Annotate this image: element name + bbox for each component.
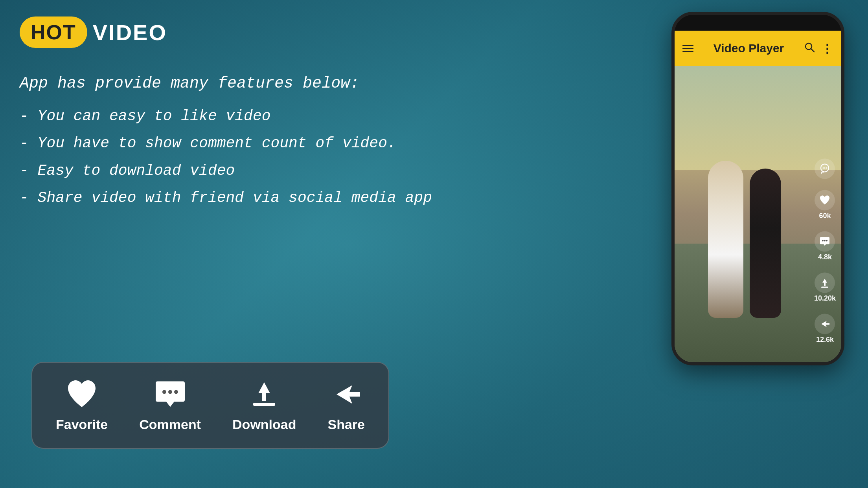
svg-marker-3 (258, 382, 270, 401)
phone-share-icon (815, 314, 835, 334)
hamburger-menu-icon[interactable] (682, 45, 693, 52)
svg-rect-4 (253, 403, 275, 406)
phone-download-count: 10.20k (814, 294, 836, 303)
svg-point-2 (174, 390, 178, 394)
phone-share-action[interactable]: 12.6k (815, 314, 835, 344)
download-button[interactable]: Download (232, 378, 296, 432)
logo-hot-badge: HOT (20, 17, 87, 48)
phone-comment-action[interactable]: 4.8k (815, 231, 835, 261)
svg-point-0 (162, 390, 166, 394)
features-section: App has provide many features below: - Y… (20, 75, 432, 208)
search-icon[interactable] (804, 42, 815, 55)
feature-item-3: - Easy to download video (20, 161, 432, 180)
svg-line-6 (811, 49, 814, 52)
main-content: HOT VIDEO App has provide many features … (0, 0, 868, 488)
phone-share-count: 12.6k (816, 336, 834, 344)
heart-icon (66, 378, 97, 410)
phone-video-area: 60k 4.8k (675, 66, 841, 362)
svg-point-9 (824, 167, 826, 169)
feature-item-1: - You can easy to like video (20, 106, 432, 126)
phone-comment-icon (815, 231, 835, 251)
phone-heart-icon (815, 190, 835, 210)
phone-mockup: Video Player ⋮ (671, 12, 844, 365)
phone-whatsapp-action[interactable] (815, 158, 835, 179)
svg-point-11 (822, 240, 824, 241)
svg-point-1 (168, 390, 172, 394)
download-label: Download (232, 417, 296, 432)
phone-app-title: Video Player (697, 42, 800, 55)
features-title: App has provide many features below: (20, 75, 432, 92)
more-options-icon[interactable]: ⋮ (821, 42, 833, 55)
feature-item-4: - Share video with friend via social med… (20, 188, 432, 207)
phone-like-count: 60k (819, 212, 831, 220)
svg-point-13 (826, 240, 828, 241)
features-list: - You can easy to like video - You have … (20, 106, 432, 208)
favorite-label: Favorite (56, 417, 108, 432)
phone-download-icon (815, 272, 835, 293)
feature-item-2: - You have to show comment count of vide… (20, 134, 432, 153)
comment-label: Comment (139, 417, 201, 432)
app-logo: HOT VIDEO (20, 17, 167, 48)
share-button[interactable]: Share (328, 378, 365, 432)
svg-point-10 (826, 167, 827, 169)
svg-point-8 (823, 167, 824, 169)
svg-marker-14 (822, 279, 827, 286)
svg-rect-15 (821, 286, 828, 288)
logo-video-text: VIDEO (93, 20, 167, 45)
phone-comment-count: 4.8k (818, 253, 832, 261)
share-icon (331, 378, 362, 410)
phone-side-actions: 60k 4.8k (814, 158, 836, 344)
comment-button[interactable]: Comment (139, 378, 201, 432)
svg-point-12 (824, 240, 826, 241)
phone-chat-icon (815, 158, 835, 179)
phone-download-action[interactable]: 10.20k (814, 272, 836, 303)
download-icon (248, 378, 280, 410)
phone-like-action[interactable]: 60k (815, 190, 835, 220)
share-label: Share (328, 417, 365, 432)
actions-panel: Favorite Comment Download (31, 362, 389, 449)
comment-icon (154, 378, 186, 410)
phone-app-bar: Video Player ⋮ (675, 31, 841, 66)
phone-status-bar (675, 15, 841, 31)
favorite-button[interactable]: Favorite (56, 378, 108, 432)
